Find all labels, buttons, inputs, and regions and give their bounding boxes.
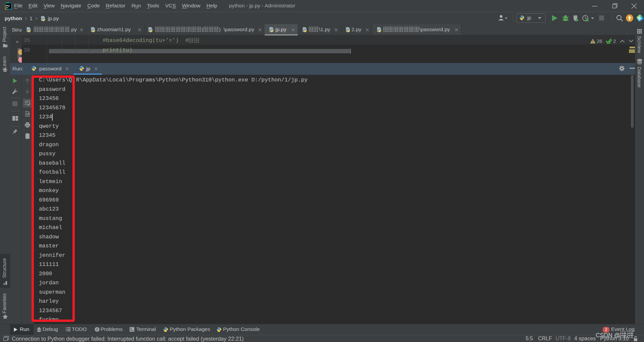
svg-text:PC: PC [6, 4, 10, 7]
